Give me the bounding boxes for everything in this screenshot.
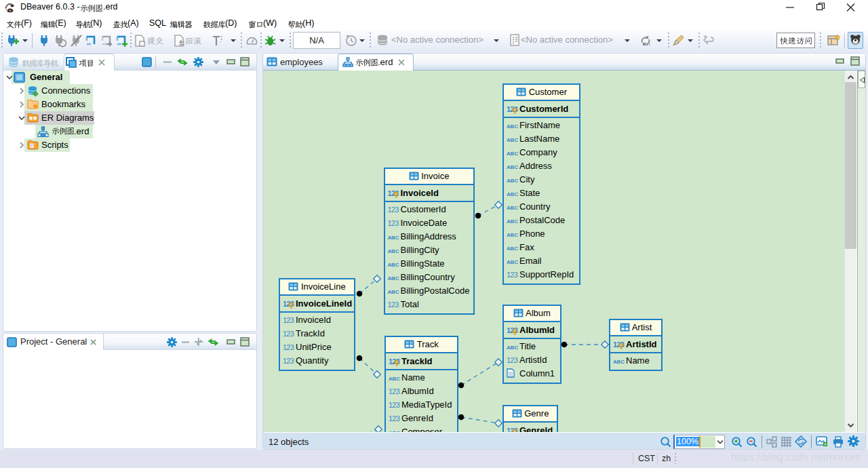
svg-text:(-): (-)	[646, 42, 650, 46]
